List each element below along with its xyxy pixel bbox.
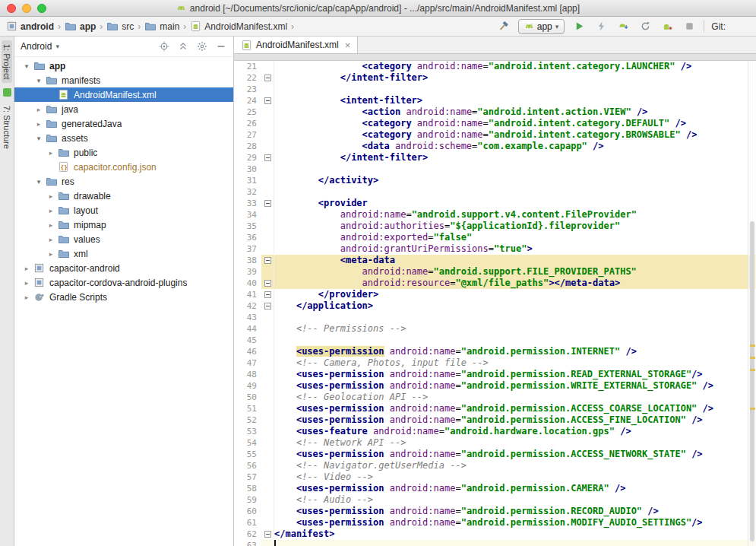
tree-item-layout[interactable]: ▸layout (14, 203, 233, 217)
line-number[interactable]: 50 (234, 392, 261, 403)
settings-gear-button[interactable] (196, 40, 208, 52)
code-line-45[interactable]: 45 (234, 335, 756, 346)
line-number[interactable]: 62 (234, 529, 261, 540)
code-line-41[interactable]: 41 </provider> (234, 289, 756, 300)
code-line-62[interactable]: 62</manifest> (234, 529, 756, 540)
tree-expanded-arrow-icon[interactable]: ▾ (33, 178, 45, 186)
code-line-63[interactable]: 63 (234, 540, 756, 546)
line-number[interactable]: 37 (234, 243, 261, 255)
fold-marker-icon[interactable] (261, 198, 274, 209)
line-number[interactable]: 43 (234, 312, 261, 323)
line-number[interactable]: 36 (234, 232, 261, 243)
tree-collapsed-arrow-icon[interactable]: ▸ (21, 265, 33, 272)
line-number[interactable]: 57 (234, 471, 261, 483)
line-number[interactable]: 25 (234, 106, 261, 118)
tree-item-capacitor-config-json[interactable]: {}capacitor.config.json (14, 160, 233, 174)
tree-item-capacitor-cordova-android-plugins[interactable]: ▸capacitor-cordova-android-plugins (14, 275, 233, 290)
code-line-33[interactable]: 33 <provider (234, 198, 756, 209)
line-number[interactable]: 51 (234, 403, 261, 414)
tree-item-capacitor-android[interactable]: ▸capacitor-android (14, 261, 233, 275)
tree-expanded-arrow-icon[interactable]: ▾ (33, 135, 45, 142)
code-line-46[interactable]: 46 <uses-permission android:name="androi… (234, 346, 756, 357)
fold-marker-icon[interactable] (261, 300, 274, 312)
line-number[interactable]: 55 (234, 449, 261, 460)
tree-item-public[interactable]: ▸public (14, 145, 233, 160)
tree-collapsed-arrow-icon[interactable]: ▸ (45, 192, 57, 200)
close-window-button[interactable] (7, 4, 16, 13)
code-line-60[interactable]: 60 <uses-permission android:name="androi… (234, 506, 756, 517)
tree-item-mipmap[interactable]: ▸mipmap (14, 217, 233, 232)
code-line-51[interactable]: 51 <uses-permission android:name="androi… (234, 403, 756, 414)
code-line-21[interactable]: 21 <category android:name="android.inten… (234, 61, 756, 72)
sync-circle-button[interactable] (637, 19, 653, 34)
tree-item-app[interactable]: ▾app (14, 59, 233, 73)
breadcrumb-item-android[interactable]: android (5, 20, 55, 33)
line-number[interactable]: 63 (234, 540, 261, 546)
code-line-26[interactable]: 26 <category android:name="android.inten… (234, 118, 756, 129)
line-number[interactable]: 31 (234, 175, 261, 186)
line-number[interactable]: 42 (234, 300, 261, 312)
code-line-61[interactable]: 61 <uses-permission android:name="androi… (234, 517, 756, 529)
code-line-34[interactable]: 34 android:name="android.support.v4.cont… (234, 209, 756, 221)
collapse-all-button[interactable] (177, 40, 189, 52)
breadcrumb-item-app[interactable]: app (63, 20, 97, 33)
code-line-22[interactable]: 22 </intent-filter> (234, 72, 756, 84)
line-number[interactable]: 21 (234, 61, 261, 72)
code-line-23[interactable]: 23 (234, 84, 756, 95)
tree-collapsed-arrow-icon[interactable]: ▸ (45, 250, 57, 258)
tree-collapsed-arrow-icon[interactable]: ▸ (45, 221, 57, 229)
line-number[interactable]: 26 (234, 118, 261, 129)
tree-item-drawable[interactable]: ▸drawable (14, 189, 233, 203)
line-number[interactable]: 34 (234, 209, 261, 221)
fold-marker-icon[interactable] (261, 72, 274, 84)
line-number[interactable]: 39 (234, 266, 261, 278)
line-number[interactable]: 33 (234, 198, 261, 209)
android-bug-button[interactable] (660, 19, 675, 34)
tree-collapsed-arrow-icon[interactable]: ▸ (21, 279, 33, 287)
line-number[interactable]: 22 (234, 72, 261, 84)
line-number[interactable]: 56 (234, 460, 261, 471)
code-line-50[interactable]: 50 <!-- Geolocation API --> (234, 392, 756, 403)
breadcrumb-item-src[interactable]: src (105, 20, 135, 33)
code-line-54[interactable]: 54 <!-- Network API --> (234, 437, 756, 449)
code-line-29[interactable]: 29 </intent-filter> (234, 152, 756, 163)
fold-marker-icon[interactable] (261, 278, 274, 289)
code-line-48[interactable]: 48 <uses-permission android:name="androi… (234, 369, 756, 380)
line-number[interactable]: 27 (234, 129, 261, 141)
project-view-selector[interactable]: Android (21, 41, 52, 52)
tree-collapsed-arrow-icon[interactable]: ▸ (45, 207, 57, 214)
line-number[interactable]: 46 (234, 346, 261, 357)
code-line-31[interactable]: 31 </activity> (234, 175, 756, 186)
lightning-button[interactable] (593, 19, 609, 34)
code-line-28[interactable]: 28 <data android:scheme="com.example.cap… (234, 141, 756, 152)
code-line-57[interactable]: 57 <!-- Video --> (234, 471, 756, 483)
code-line-35[interactable]: 35 android:authorities="${applicationId}… (234, 221, 756, 232)
code-line-55[interactable]: 55 <uses-permission android:name="androi… (234, 449, 756, 460)
line-number[interactable]: 47 (234, 357, 261, 369)
line-number[interactable]: 60 (234, 506, 261, 517)
tree-collapsed-arrow-icon[interactable]: ▸ (33, 106, 45, 113)
code-line-37[interactable]: 37 android:grantUriPermissions="true"> (234, 243, 756, 255)
line-number[interactable]: 35 (234, 221, 261, 232)
tree-collapsed-arrow-icon[interactable]: ▸ (45, 236, 57, 243)
fold-marker-icon[interactable] (261, 529, 274, 540)
tree-expanded-arrow-icon[interactable]: ▾ (21, 62, 33, 70)
android-down-button[interactable] (615, 19, 631, 34)
code-line-38[interactable]: 38 <meta-data (234, 255, 756, 266)
stop-button[interactable] (682, 19, 697, 34)
line-number[interactable]: 44 (234, 323, 261, 335)
code-line-53[interactable]: 53 <uses-feature android:name="android.h… (234, 426, 756, 437)
run-configuration-select[interactable]: app ▾ (518, 19, 565, 34)
tool-strip-button-1-project[interactable]: 1: Project (2, 40, 12, 83)
code-line-25[interactable]: 25 <action android:name="android.intent.… (234, 106, 756, 118)
tree-item-xml[interactable]: ▸xml (14, 246, 233, 261)
editor-scrollbar[interactable] (748, 61, 756, 546)
line-number[interactable]: 61 (234, 517, 261, 529)
line-number[interactable]: 41 (234, 289, 261, 300)
tree-item-gradle-scripts[interactable]: ▸Gradle Scripts (14, 290, 233, 304)
line-number[interactable]: 53 (234, 426, 261, 437)
line-number[interactable]: 52 (234, 414, 261, 426)
close-tab-icon[interactable]: × (345, 40, 351, 50)
code-line-43[interactable]: 43 (234, 312, 756, 323)
tree-item-generatedjava[interactable]: ▸generatedJava (14, 116, 233, 131)
